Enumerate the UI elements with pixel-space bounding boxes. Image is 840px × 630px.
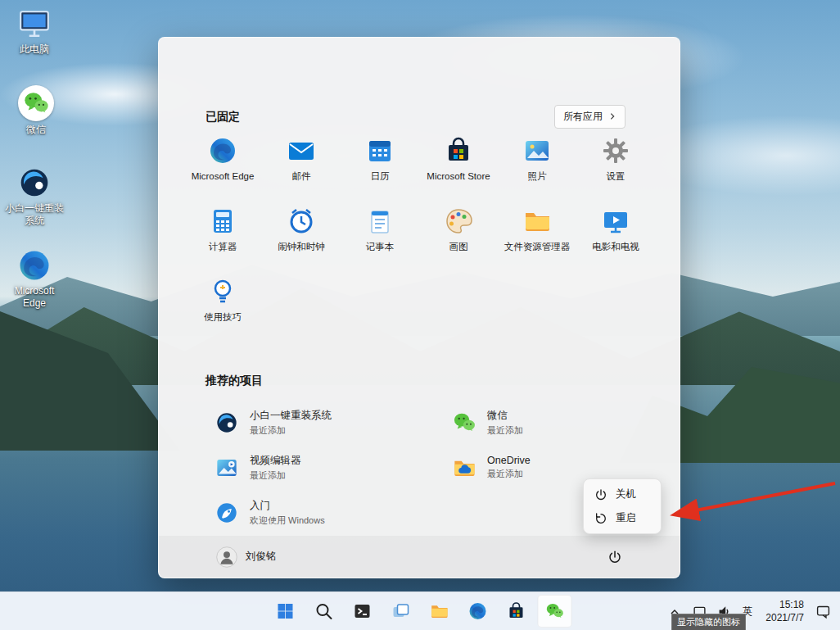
lightbulb-icon <box>208 277 237 306</box>
calculator-icon <box>208 206 237 236</box>
edge-icon <box>17 248 52 283</box>
desktop-icon-edge[interactable]: Microsoft Edge <box>6 248 63 310</box>
pinned-app-notepad[interactable]: 记事本 <box>341 200 419 270</box>
edge-icon <box>468 601 488 621</box>
pinned-app-label: 计算器 <box>209 242 237 253</box>
task-view-button[interactable] <box>384 595 418 628</box>
user-avatar-icon <box>216 546 237 568</box>
paint-palette-icon <box>444 206 473 236</box>
notepad-icon <box>365 206 395 236</box>
pinned-app-photos[interactable]: 照片 <box>498 129 576 200</box>
power-icon <box>607 550 622 564</box>
recommended-item-video-editor[interactable]: 视频编辑器 最近添加 <box>206 445 444 490</box>
wechat-icon <box>452 410 476 435</box>
desktop-icon-label: 小白一键重装系统 <box>3 202 65 227</box>
pinned-app-label: Microsoft Store <box>427 171 490 183</box>
terminal-icon <box>353 601 373 621</box>
get-started-icon <box>215 501 239 525</box>
recommended-item-xiaobai[interactable]: 小白一键重装系统 最近添加 <box>206 400 444 445</box>
recommended-item-sublabel: 最近添加 <box>250 469 301 482</box>
recommended-item-label: OneDrive <box>487 455 531 466</box>
pinned-app-label: 闹钟和时钟 <box>278 242 325 253</box>
xiaobai-icon <box>215 410 239 435</box>
edge-icon <box>208 136 237 165</box>
taskbar-center-icons <box>269 595 572 628</box>
power-flyout-menu: 关机 重启 <box>583 478 662 534</box>
desktop-icon-wechat[interactable]: 微信 <box>7 85 65 136</box>
pinned-app-settings[interactable]: 设置 <box>576 129 655 200</box>
pinned-app-movies-tv[interactable]: 电影和电视 <box>576 200 655 270</box>
pinned-app-label: 记事本 <box>366 242 395 253</box>
gear-icon <box>601 136 630 165</box>
pinned-app-label: 照片 <box>528 171 547 183</box>
pinned-app-label: 日历 <box>371 171 390 183</box>
taskbar-file-explorer-button[interactable] <box>422 595 457 628</box>
wechat-icon <box>545 601 565 621</box>
chevron-right-icon <box>608 111 616 123</box>
recommended-item-label: 微信 <box>487 409 523 423</box>
notification-center-button[interactable] <box>812 600 833 624</box>
recommended-item-sublabel: 欢迎使用 Windows <box>250 514 325 527</box>
shutdown-menu-item[interactable]: 关机 <box>587 483 657 506</box>
user-account-button[interactable]: 刘俊铭 <box>210 542 283 572</box>
folder-icon <box>522 206 552 236</box>
recommended-item-sublabel: 最近添加 <box>487 424 523 437</box>
pinned-app-calculator[interactable]: 计算器 <box>183 200 262 270</box>
pinned-app-calendar[interactable]: 日历 <box>341 129 419 200</box>
recommended-item-sublabel: 最近添加 <box>250 424 332 437</box>
recommended-item-wechat[interactable]: 微信 最近添加 <box>444 400 681 445</box>
taskbar-edge-button[interactable] <box>461 595 495 628</box>
pinned-app-alarms-clock[interactable]: 闹钟和时钟 <box>262 200 341 270</box>
start-menu-footer: 刘俊铭 <box>159 536 680 578</box>
desktop-icon-label: 微信 <box>26 124 46 136</box>
taskbar-terminal-button[interactable] <box>345 595 380 628</box>
movies-tv-icon <box>601 206 630 236</box>
power-button[interactable] <box>601 543 629 571</box>
pinned-app-paint[interactable]: 画图 <box>419 200 498 270</box>
pinned-app-label: 画图 <box>449 242 468 253</box>
pinned-app-label: Microsoft Edge <box>192 171 255 183</box>
store-icon <box>507 601 526 621</box>
alarm-clock-icon <box>287 206 316 236</box>
video-editor-icon <box>215 456 239 480</box>
taskbar-store-button[interactable] <box>499 595 534 628</box>
store-icon <box>444 136 473 165</box>
taskbar-wechat-button[interactable] <box>538 595 572 628</box>
desktop-icon-this-pc[interactable]: 此电脑 <box>6 7 63 56</box>
photos-icon <box>522 136 552 165</box>
desktop-icon-xiaobai[interactable]: 小白一键重装系统 <box>3 165 65 227</box>
recommended-item-label: 小白一键重装系统 <box>250 409 332 423</box>
all-apps-button[interactable]: 所有应用 <box>554 105 625 129</box>
pinned-apps-grid: Microsoft Edge 邮件 日历 Microsoft Store 照片 … <box>183 129 658 341</box>
task-view-icon <box>391 601 411 621</box>
user-name: 刘俊铭 <box>246 550 277 564</box>
restart-label: 重启 <box>616 511 636 525</box>
pinned-app-file-explorer[interactable]: 文件资源管理器 <box>498 200 576 270</box>
tray-date: 2021/7/7 <box>765 612 804 625</box>
clock[interactable]: 15:18 2021/7/7 <box>761 597 809 626</box>
desktop-icon-label: Microsoft Edge <box>6 285 63 310</box>
pinned-app-microsoft-edge[interactable]: Microsoft Edge <box>183 129 262 200</box>
mail-icon <box>287 136 316 165</box>
pinned-app-microsoft-store[interactable]: Microsoft Store <box>419 129 498 200</box>
restart-icon <box>594 512 607 525</box>
shutdown-label: 关机 <box>616 487 636 501</box>
taskbar-search-button[interactable] <box>307 595 341 628</box>
notification-icon <box>815 604 831 619</box>
recommended-item-get-started[interactable]: 入门 欢迎使用 Windows <box>206 490 444 535</box>
pinned-app-label: 邮件 <box>292 171 311 183</box>
restart-menu-item[interactable]: 重启 <box>587 506 657 530</box>
recommended-item-label: 视频编辑器 <box>250 454 301 468</box>
pinned-app-label: 文件资源管理器 <box>504 242 571 253</box>
pinned-app-tips[interactable]: 使用技巧 <box>183 270 262 341</box>
power-icon <box>594 488 607 501</box>
folder-icon <box>430 601 449 621</box>
calendar-icon <box>365 136 395 165</box>
pinned-app-mail[interactable]: 邮件 <box>262 129 341 200</box>
start-button[interactable] <box>269 595 303 628</box>
recommended-item-label: 入门 <box>250 499 325 513</box>
all-apps-label: 所有应用 <box>563 110 603 124</box>
desktop-icon-label: 此电脑 <box>20 43 49 56</box>
recommended-section-header: 推荐的项目 <box>205 374 263 388</box>
recommended-item-sublabel: 最近添加 <box>487 468 531 480</box>
